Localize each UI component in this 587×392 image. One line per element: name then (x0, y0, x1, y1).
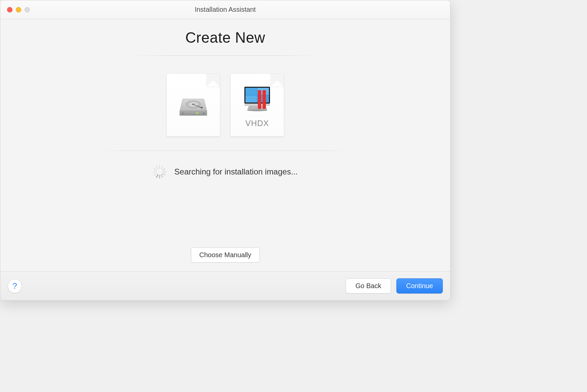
page-heading: Create New (185, 29, 265, 46)
svg-rect-8 (245, 88, 257, 95)
disk-image-option[interactable] (166, 73, 220, 136)
svg-point-3 (182, 113, 184, 114)
go-back-button[interactable]: Go Back (346, 278, 391, 293)
window-titlebar: Installation Assistant (0, 0, 450, 19)
content-area: Create New (0, 19, 450, 271)
installation-assistant-window: Installation Assistant Create New (0, 0, 451, 301)
divider (131, 55, 319, 56)
svg-rect-10 (245, 95, 257, 103)
svg-point-12 (247, 109, 267, 111)
svg-rect-14 (263, 90, 266, 109)
footer-bar: ? Go Back Continue (0, 271, 450, 300)
spinner-icon (153, 165, 166, 179)
searching-status-row: Searching for installation images... (153, 165, 298, 179)
divider (99, 151, 351, 151)
svg-point-4 (203, 113, 205, 114)
hard-drive-icon (178, 90, 208, 120)
traffic-lights (0, 7, 30, 12)
choose-manually-button[interactable]: Choose Manually (191, 247, 260, 263)
vhdx-option[interactable]: VHDX (230, 73, 284, 136)
continue-button[interactable]: Continue (396, 278, 443, 293)
help-button[interactable]: ? (8, 279, 22, 293)
window-title: Installation Assistant (195, 6, 256, 13)
searching-status-text: Searching for installation images... (174, 167, 298, 177)
page-fold-icon (270, 74, 284, 87)
close-window-button[interactable] (7, 7, 12, 12)
svg-rect-5 (196, 112, 198, 114)
page-fold-icon (206, 74, 220, 87)
svg-rect-13 (258, 90, 261, 109)
maximize-window-button[interactable] (25, 7, 30, 12)
minimize-window-button[interactable] (16, 7, 21, 12)
vhdx-label: VHDX (245, 119, 269, 128)
source-options-row: VHDX (166, 73, 284, 136)
parallels-vhdx-icon (240, 82, 274, 115)
svg-point-2 (201, 107, 203, 108)
